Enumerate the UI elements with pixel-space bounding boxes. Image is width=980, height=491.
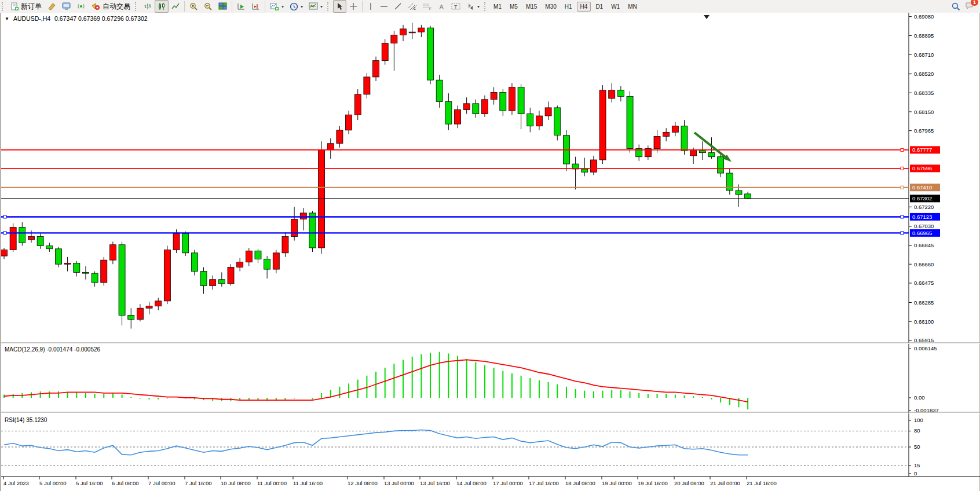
toolbar-separator (232, 1, 232, 12)
timeframe-button-M30[interactable]: M30 (542, 2, 560, 12)
candle-body (92, 273, 98, 283)
text-icon: A (438, 2, 445, 10)
candle-body (582, 169, 588, 172)
notifications-button[interactable]: 1 (965, 1, 974, 12)
autoscroll-button[interactable] (234, 0, 248, 13)
timeframe-button-M15[interactable]: M15 (522, 2, 540, 12)
candle-body (82, 272, 89, 273)
candle-body (663, 132, 670, 136)
svg-text:0.66100: 0.66100 (914, 318, 934, 325)
toolbar-grip[interactable] (327, 2, 331, 11)
zoom-in-button[interactable] (187, 0, 201, 13)
zoom-out-button[interactable] (201, 0, 215, 13)
candle-body (500, 92, 506, 111)
indicators-button[interactable]: ▾ (267, 0, 287, 13)
svg-text:0.67596: 0.67596 (912, 165, 932, 171)
svg-text:0.67777: 0.67777 (912, 146, 932, 153)
horizontal-line-tool[interactable] (377, 0, 391, 13)
candle-body (373, 61, 379, 77)
timeframe-button-W1[interactable]: W1 (608, 2, 623, 12)
rsi-panel: RSI(14) 35.12301008050150 (1, 417, 923, 477)
chart-window: ▼ AUDUSD-,H4 0.67347 0.67369 0.67296 0.6… (0, 13, 980, 491)
arrows-tool[interactable]: ▾ (463, 0, 482, 13)
line-chart-button[interactable] (169, 0, 182, 13)
candle-body (291, 219, 298, 237)
svg-text:7 Jul 00:00: 7 Jul 00:00 (148, 480, 175, 486)
autotrading-button[interactable]: 自动交易 (89, 0, 133, 13)
svg-text:11 Jul 00:00: 11 Jul 00:00 (257, 480, 287, 486)
svg-text:0.68335: 0.68335 (914, 90, 934, 96)
candlestick-button[interactable] (155, 0, 169, 13)
candle-body (101, 260, 107, 283)
chart-shift-button[interactable] (248, 0, 263, 13)
chart-canvas[interactable]: 0.690800.688950.687100.685200.683350.681… (1, 13, 980, 491)
vertical-line-icon (367, 2, 374, 10)
candle-body (55, 249, 61, 265)
crosshair-tool-button[interactable] (346, 0, 360, 13)
svg-text:0.66285: 0.66285 (914, 299, 934, 306)
svg-text:15: 15 (914, 462, 920, 468)
fibonacci-tool[interactable]: F (420, 0, 435, 13)
candle-body (617, 90, 624, 97)
timeframe-button-MN[interactable]: MN (624, 2, 641, 12)
candle-body (463, 104, 470, 110)
channel-tool[interactable]: E (405, 0, 420, 13)
candle-body (191, 253, 198, 272)
candle-body (337, 130, 343, 144)
candle-body (481, 100, 488, 114)
candle-body (599, 90, 606, 160)
signals-button[interactable] (74, 0, 89, 13)
templates-button[interactable]: ▾ (306, 0, 326, 13)
svg-text:0.67030: 0.67030 (914, 223, 934, 229)
timeframe-button-H1[interactable]: H1 (561, 2, 576, 12)
timeframe-button-M1[interactable]: M1 (490, 2, 505, 12)
toolbar-grip[interactable] (2, 2, 6, 11)
trendline-tool[interactable] (391, 0, 405, 13)
chart-frame (1, 13, 980, 477)
autoscroll-icon (237, 2, 246, 10)
line-anchor (901, 232, 904, 234)
symbol-dropdown-icon[interactable]: ▼ (5, 16, 9, 21)
candle-body (228, 268, 234, 284)
svg-text:0.65915: 0.65915 (914, 337, 934, 343)
timeframe-button-M5[interactable]: M5 (506, 2, 521, 12)
tile-windows-button[interactable] (215, 0, 230, 13)
svg-text:13 Jul 00:00: 13 Jul 00:00 (384, 480, 414, 486)
time-axis: 4 Jul 20235 Jul 00:005 Jul 16:006 Jul 08… (3, 477, 777, 486)
candle-body (654, 136, 660, 148)
candle-body (37, 237, 43, 246)
candles-layer (1, 23, 751, 328)
svg-text:0.68520: 0.68520 (914, 71, 934, 77)
toolbar-grip[interactable] (135, 2, 139, 11)
mt4-terminal: { "toolbar": { "new_order_label": "新订单",… (0, 0, 980, 491)
candle-body (264, 259, 270, 269)
terminal-button[interactable] (59, 0, 74, 13)
new-order-button[interactable]: 新订单 (8, 0, 45, 13)
vertical-line-tool[interactable] (364, 0, 377, 13)
toolbar-right: 1 (952, 1, 980, 12)
periods-button[interactable]: ▾ (287, 0, 306, 13)
candle-body (273, 253, 279, 269)
metaeditor-button[interactable] (45, 0, 59, 13)
candle-body (554, 108, 561, 135)
search-icon[interactable] (952, 2, 960, 11)
timeframe-button-H4[interactable]: H4 (577, 2, 591, 12)
text-tool[interactable]: A (435, 0, 448, 13)
bar-chart-button[interactable] (141, 0, 155, 13)
trendline-icon (394, 2, 402, 10)
horizontal-line-icon (380, 3, 388, 10)
crosshair-icon (349, 2, 357, 10)
price-axis: 0.690800.688950.687100.685200.683350.681… (909, 13, 934, 343)
timeframe-button-D1[interactable]: D1 (592, 2, 606, 12)
svg-text:21 Jul 00:00: 21 Jul 00:00 (710, 480, 740, 486)
text-label-tool[interactable]: T (448, 0, 463, 13)
cursor-tool-button[interactable] (333, 0, 346, 13)
candle-body (346, 115, 352, 130)
toolbar-grip[interactable] (484, 2, 488, 11)
line-anchor (3, 232, 6, 234)
line-chart-icon (171, 2, 180, 10)
candle-body (173, 233, 180, 250)
new-order-label: 新订单 (21, 2, 42, 12)
candle-body (536, 116, 542, 126)
candle-body (128, 316, 134, 320)
